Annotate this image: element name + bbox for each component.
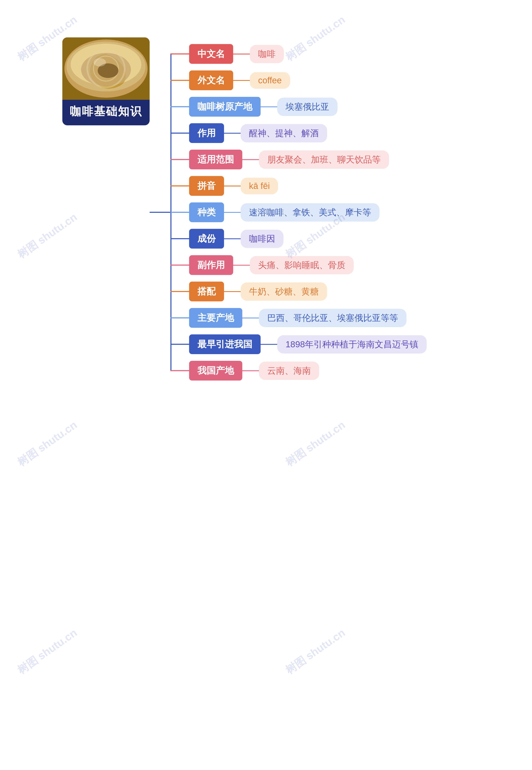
stub-shiyong (170, 159, 189, 160)
branch-row-shiyong: 适用范围朋友聚会、加班、聊天饮品等 (170, 150, 427, 169)
watermark-5: 树图 shutu.cn (15, 418, 80, 470)
node-zuoyong: 作用 (189, 123, 224, 143)
node-zhonglei: 种类 (189, 202, 224, 222)
hline-zuizao (261, 344, 277, 345)
main-container: 树图 shutu.cn 树图 shutu.cn 树图 shutu.cn 树图 s… (0, 0, 532, 770)
leaf-chanyuan: 埃塞俄比亚 (277, 98, 337, 116)
node-guochan: 我国产地 (189, 361, 242, 381)
hline-guochan (242, 370, 259, 371)
branch-row-fuzuoyong: 副作用头痛、影响睡眠、骨质 (170, 255, 427, 275)
node-dapei: 搭配 (189, 282, 224, 301)
leaf-waiwenming: coffee (250, 72, 290, 89)
stub-zuizao (170, 344, 189, 345)
branch-row-chengfen: 成份咖啡因 (170, 229, 427, 249)
leaf-zuoyong: 醒神、提神、解酒 (241, 124, 327, 142)
branch-row-zhonglei: 种类速溶咖啡、拿铁、美式、摩卡等 (170, 202, 427, 222)
stub-chengfen (170, 238, 189, 239)
leaf-guochan: 云南、海南 (259, 362, 319, 380)
hline-chanyuan (261, 106, 277, 107)
branch-row-zhongwenming: 中文名咖啡 (170, 44, 427, 64)
stub-dapei (170, 291, 189, 292)
node-pinyin: 拼音 (189, 176, 224, 196)
node-zhongwenming: 中文名 (189, 44, 233, 64)
node-waiwenming: 外文名 (189, 70, 233, 90)
stub-chanyuan (170, 106, 189, 107)
stub-fuzuoyong (170, 265, 189, 266)
stub-pinyin (170, 185, 189, 186)
watermark-8: 树图 shutu.cn (283, 626, 348, 678)
hline-zhonglei (224, 212, 241, 213)
branch-row-pinyin: 拼音kā fēi (170, 176, 427, 196)
branch-row-chanyuan: 咖啡树原产地埃塞俄比亚 (170, 97, 427, 117)
hline-waiwenming (233, 80, 250, 81)
hline-shiyong (242, 159, 259, 160)
main-connector (150, 212, 170, 213)
stub-waiwenming (170, 80, 189, 81)
right-section: 中文名咖啡外文名coffee咖啡树原产地埃塞俄比亚作用醒神、提神、解酒适用范围朋… (170, 37, 427, 387)
hline-dapei (224, 291, 241, 292)
branch-row-zuizao: 最早引进我国1898年引种种植于海南文昌迈号镇 (170, 334, 427, 354)
branch-row-dapei: 搭配牛奶、砂糖、黄糖 (170, 282, 427, 301)
node-zuizao: 最早引进我国 (189, 334, 261, 354)
hline-zhongwenming (233, 54, 250, 54)
watermark-7: 树图 shutu.cn (15, 626, 80, 678)
leaf-zuizao: 1898年引种种植于海南文昌迈号镇 (277, 335, 427, 354)
branches-container: 中文名咖啡外文名coffee咖啡树原产地埃塞俄比亚作用醒神、提神、解酒适用范围朋… (170, 37, 427, 387)
hline-zuoyong (224, 133, 241, 134)
hline-chandi (242, 318, 259, 318)
hline-fuzuoyong (233, 265, 250, 266)
leaf-fuzuoyong: 头痛、影响睡眠、骨质 (250, 256, 354, 274)
left-card-title: 咖啡基础知识 (70, 104, 142, 119)
stub-zhonglei (170, 212, 189, 213)
stub-zhongwenming (170, 53, 189, 54)
svg-point-8 (94, 58, 106, 67)
leaf-chandi: 巴西、哥伦比亚、埃塞俄比亚等等 (259, 309, 406, 327)
node-chanyuan: 咖啡树原产地 (189, 97, 261, 117)
branch-row-guochan: 我国产地云南、海南 (170, 361, 427, 381)
stub-guochan (170, 370, 189, 371)
node-fuzuoyong: 副作用 (189, 255, 233, 275)
branch-row-chandi: 主要产地巴西、哥伦比亚、埃塞俄比亚等等 (170, 308, 427, 328)
leaf-dapei: 牛奶、砂糖、黄糖 (241, 282, 327, 301)
node-shiyong: 适用范围 (189, 150, 242, 169)
stub-chandi (170, 317, 189, 318)
branch-row-zuoyong: 作用醒神、提神、解酒 (170, 123, 427, 143)
node-chandi: 主要产地 (189, 308, 242, 328)
leaf-zhongwenming: 咖啡 (250, 45, 284, 63)
leaf-pinyin: kā fēi (241, 178, 278, 194)
coffee-image (62, 37, 150, 100)
hline-chengfen (224, 238, 241, 239)
layout-wrapper: 咖啡基础知识 中文名咖啡外文名coffee咖啡树原产地埃塞俄比亚作用醒神、提神、… (21, 17, 511, 408)
left-card: 咖啡基础知识 (62, 37, 150, 125)
stub-zuoyong (170, 133, 189, 134)
branch-row-waiwenming: 外文名coffee (170, 70, 427, 90)
node-chengfen: 成份 (189, 229, 224, 249)
watermark-6: 树图 shutu.cn (283, 418, 348, 470)
leaf-zhonglei: 速溶咖啡、拿铁、美式、摩卡等 (241, 203, 379, 222)
leaf-shiyong: 朋友聚会、加班、聊天饮品等 (259, 150, 389, 169)
leaf-chengfen: 咖啡因 (241, 230, 283, 248)
hline-pinyin (224, 186, 241, 186)
